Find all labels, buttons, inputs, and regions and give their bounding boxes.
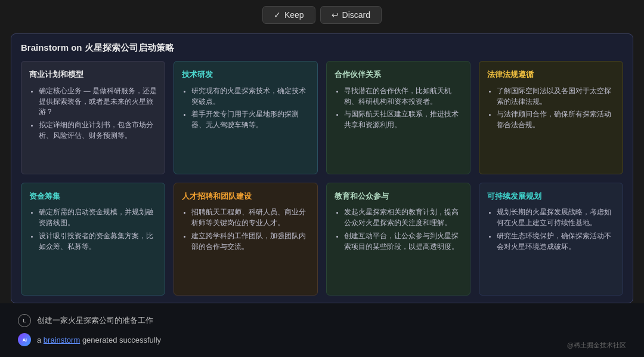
card-card-6: 人才招聘和团队建设招聘航天工程师、科研人员、商业分析师等关键岗位的专业人才。建立… xyxy=(174,183,318,296)
card-card-1: 商业计划和模型确定核心业务 — 是做科研服务，还是提供探索装备，或者是未来的火星… xyxy=(21,61,165,174)
list-item: 创建互动平台，让公众参与到火星探索项目的某些阶段，以提高透明度。 xyxy=(344,231,462,253)
discard-label: Discard xyxy=(342,10,370,20)
card-card-4: 法律法规遵循了解国际空间法以及各国对于太空探索的法律法规。与法律顾问合作，确保所… xyxy=(479,61,623,174)
card-title: 资金筹集 xyxy=(29,190,157,203)
list-item: 规划长期的火星探发展战略，考虑如何在火星上建立可持续性基地。 xyxy=(497,207,615,229)
card-list: 了解国际空间法以及各国对于太空探索的法律法规。与法律顾问合作，确保所有探索活动都… xyxy=(487,86,615,131)
discard-icon: ↩ xyxy=(332,10,339,20)
bottom-row-1: L 创建一家火星探索公司的准备工作 xyxy=(18,311,626,330)
list-item: 发起火星探索相关的教育计划，提高公众对火星探索的关注度和理解。 xyxy=(344,207,462,229)
card-title: 可持续发展规划 xyxy=(487,190,615,203)
keep-button[interactable]: ✓ Keep xyxy=(262,6,315,24)
card-card-3: 合作伙伴关系寻找潜在的合作伙伴，比如航天机构、科研机构和资本投资者。与国际航天社… xyxy=(326,61,470,174)
card-list: 确定核心业务 — 是做科研服务，还是提供探索装备，或者是未来的火星旅游？拟定详细… xyxy=(29,86,157,141)
list-item: 研究现有的火星探索技术，确定技术突破点。 xyxy=(191,86,309,107)
toolbar: ✓ Keep ↩ Discard xyxy=(0,0,644,29)
ai-icon: AI xyxy=(18,333,31,346)
card-title: 教育和公众参与 xyxy=(335,190,462,203)
list-item: 确定所需的启动资金规模，并规划融资路线图。 xyxy=(39,207,157,229)
main-wrapper: Brainstorm on 火星探索公司启动策略 商业计划和模型确定核心业务 —… xyxy=(0,33,644,303)
card-card-7: 教育和公众参与发起火星探索相关的教育计划，提高公众对火星探索的关注度和理解。创建… xyxy=(326,183,470,296)
list-item: 确定核心业务 — 是做科研服务，还是提供探索装备，或者是未来的火星旅游？ xyxy=(39,86,157,118)
check-icon: ✓ xyxy=(274,10,281,20)
card-list: 规划长期的火星探发展战略，考虑如何在火星上建立可持续性基地。研究生态环境保护，确… xyxy=(487,207,615,252)
card-list: 确定所需的启动资金规模，并规划融资路线图。设计吸引投资者的资金募集方案，比如众筹… xyxy=(29,207,157,252)
keep-label: Keep xyxy=(284,10,304,20)
bottom-suffix: generated successfully xyxy=(80,336,161,344)
list-item: 了解国际空间法以及各国对于太空探索的法律法规。 xyxy=(497,86,615,107)
list-item: 与法律顾问合作，确保所有探索活动都合法合规。 xyxy=(497,109,615,131)
list-item: 招聘航天工程师、科研人员、商业分析师等关键岗位的专业人才。 xyxy=(191,207,309,229)
card-card-2: 技术研发研究现有的火星探索技术，确定技术突破点。着手开发专门用于火星地形的探测器… xyxy=(174,61,318,174)
list-icon: L xyxy=(18,314,31,327)
brainstorm-link[interactable]: brainstorm xyxy=(44,336,80,344)
content-box: Brainstorm on 火星探索公司启动策略 商业计划和模型确定核心业务 —… xyxy=(11,33,633,303)
card-list: 招聘航天工程师、科研人员、商业分析师等关键岗位的专业人才。建立跨学科的工作团队，… xyxy=(182,207,309,252)
card-list: 寻找潜在的合作伙伴，比如航天机构、科研机构和资本投资者。与国际航天社区建立联系，… xyxy=(335,86,462,131)
list-item: 研究生态环境保护，确保探索活动不会对火星环境造成破坏。 xyxy=(497,231,615,253)
list-item: 设计吸引投资者的资金募集方案，比如众筹、私募等。 xyxy=(39,231,157,253)
card-title: 合作伙伴关系 xyxy=(335,69,462,81)
bottom-prefix: a xyxy=(37,336,44,344)
bottom-section: L 创建一家火星探索公司的准备工作 AI a brainstorm genera… xyxy=(0,303,644,357)
card-title: 人才招聘和团队建设 xyxy=(182,190,309,203)
list-item: 寻找潜在的合作伙伴，比如航天机构、科研机构和资本投资者。 xyxy=(344,86,462,107)
page-title: Brainstorm on 火星探索公司启动策略 xyxy=(21,42,623,54)
watermark: @稀土掘金技术社区 xyxy=(567,341,626,350)
bottom-text-2: a brainstorm generated successfully xyxy=(37,336,161,344)
card-title: 商业计划和模型 xyxy=(29,69,157,81)
card-list: 研究现有的火星探索技术，确定技术突破点。着手开发专门用于火星地形的探测器、无人驾… xyxy=(182,86,309,131)
card-card-5: 资金筹集确定所需的启动资金规模，并规划融资路线图。设计吸引投资者的资金募集方案，… xyxy=(21,183,165,296)
list-item: 建立跨学科的工作团队，加强团队内部的合作与交流。 xyxy=(191,231,309,253)
discard-button[interactable]: ↩ Discard xyxy=(320,6,382,24)
list-item: 与国际航天社区建立联系，推进技术共享和资源利用。 xyxy=(344,109,462,131)
list-item: 拟定详细的商业计划书，包含市场分析、风险评估、财务预测等。 xyxy=(39,120,157,141)
list-item: 着手开发专门用于火星地形的探测器、无人驾驶车辆等。 xyxy=(191,109,309,131)
bottom-row-2: AI a brainstorm generated successfully xyxy=(18,330,626,349)
card-title: 技术研发 xyxy=(182,69,309,81)
card-card-8: 可持续发展规划规划长期的火星探发展战略，考虑如何在火星上建立可持续性基地。研究生… xyxy=(479,183,623,296)
cards-grid: 商业计划和模型确定核心业务 — 是做科研服务，还是提供探索装备，或者是未来的火星… xyxy=(21,61,623,296)
bottom-text-1: 创建一家火星探索公司的准备工作 xyxy=(37,315,153,326)
card-list: 发起火星探索相关的教育计划，提高公众对火星探索的关注度和理解。创建互动平台，让公… xyxy=(335,207,462,252)
card-title: 法律法规遵循 xyxy=(487,69,615,81)
